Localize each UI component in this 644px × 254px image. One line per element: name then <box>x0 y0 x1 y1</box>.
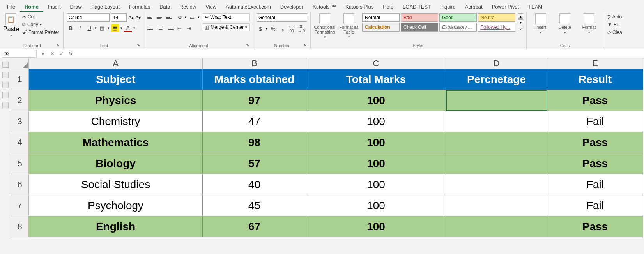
row-header-7[interactable]: 7 <box>11 195 29 216</box>
dialog-launcher-icon[interactable]: ⬊ <box>137 43 140 47</box>
cell-E7[interactable]: Fail <box>547 195 643 216</box>
cell-C3[interactable]: 100 <box>306 111 446 132</box>
tab-kutools-[interactable]: Kutools ™ <box>308 2 341 12</box>
style-explanatory[interactable]: Explanatory ... <box>439 23 477 32</box>
cell-B1[interactable]: Marks obtained <box>203 69 306 90</box>
copy-button[interactable]: ⧉Copy▾ <box>21 21 60 28</box>
select-all-corner[interactable] <box>11 58 29 69</box>
cell-C8[interactable]: 100 <box>306 216 446 237</box>
col-header-B[interactable]: B <box>203 58 306 69</box>
cell-A3[interactable]: Chemistry <box>29 111 203 132</box>
side-icon-1[interactable] <box>2 62 9 68</box>
align-bottom-button[interactable] <box>166 13 174 21</box>
style-neutral[interactable]: Neutral <box>478 13 515 22</box>
cell-A7[interactable]: Psychology <box>29 195 203 216</box>
font-color-button[interactable]: A <box>124 24 132 32</box>
cell-A2[interactable]: Physics <box>29 90 203 111</box>
clear-button[interactable]: ◇Clea <box>607 29 623 36</box>
percent-button[interactable]: % <box>269 25 277 33</box>
col-header-C[interactable]: C <box>306 58 446 69</box>
tab-page-layout[interactable]: Page Layout <box>87 2 124 12</box>
wrap-text-button[interactable]: ↩Wrap Text <box>202 13 250 21</box>
row-header-3[interactable]: 3 <box>11 111 29 132</box>
style-bad[interactable]: Bad <box>401 13 438 22</box>
cell-C6[interactable]: 100 <box>306 174 446 195</box>
cell-D1[interactable]: Percnetage <box>446 69 547 90</box>
autosum-button[interactable]: ∑Auto <box>607 13 623 20</box>
row-header-1[interactable]: 1 <box>11 69 29 90</box>
paste-button[interactable]: 📋 Paste ▾ <box>3 13 19 37</box>
cell-C7[interactable]: 100 <box>306 195 446 216</box>
dialog-launcher-icon[interactable]: ⬊ <box>56 43 59 47</box>
cell-D2[interactable] <box>446 90 547 111</box>
italic-button[interactable]: I <box>76 24 84 32</box>
row-header-4[interactable]: 4 <box>11 132 29 153</box>
increase-indent-button[interactable]: ⇥ <box>185 24 193 32</box>
cell-D7[interactable] <box>446 195 547 216</box>
cell-A1[interactable]: Subject <box>29 69 203 90</box>
number-format-select[interactable] <box>257 13 307 22</box>
tab-review[interactable]: Review <box>175 2 201 12</box>
cancel-formula-button[interactable]: ✕ <box>48 51 57 56</box>
tab-power-pivot[interactable]: Power Pivot <box>487 2 524 12</box>
cell-E8[interactable]: Pass <box>547 216 643 237</box>
styles-more[interactable]: ▿ <box>518 26 523 31</box>
format-painter-button[interactable]: 🖌Format Painter <box>21 29 60 36</box>
tab-inquire[interactable]: Inquire <box>435 2 460 12</box>
name-box[interactable] <box>2 50 37 58</box>
fill-color-button[interactable]: ⬒ <box>111 24 119 32</box>
cell-B2[interactable]: 97 <box>203 90 306 111</box>
cell-C4[interactable]: 100 <box>306 132 446 153</box>
tab-acrobat[interactable]: Acrobat <box>460 2 487 12</box>
side-icon-2[interactable] <box>2 72 9 78</box>
font-name-select[interactable] <box>67 13 110 22</box>
decrease-decimal-button[interactable]: .00→.0 <box>297 25 305 33</box>
cell-C1[interactable]: Total Marks <box>306 69 446 90</box>
cell-B8[interactable]: 67 <box>203 216 306 237</box>
cell-E6[interactable]: Fail <box>547 174 643 195</box>
tab-help[interactable]: Help <box>378 2 398 12</box>
row-header-5[interactable]: 5 <box>11 153 29 174</box>
fx-icon[interactable]: fx <box>66 51 75 56</box>
side-icon-5[interactable] <box>2 102 9 108</box>
style-calculation[interactable]: Calculation <box>362 23 400 32</box>
increase-font-button[interactable]: A▴ <box>128 15 134 20</box>
enter-formula-button[interactable]: ✓ <box>57 51 66 56</box>
tab-formulas[interactable]: Formulas <box>124 2 155 12</box>
tab-home[interactable]: Home <box>20 2 43 12</box>
style-normal[interactable]: Normal <box>362 13 400 22</box>
tab-file[interactable]: File <box>2 2 20 12</box>
cut-button[interactable]: ✂Cut <box>21 13 60 20</box>
tab-insert[interactable]: Insert <box>43 2 65 12</box>
formula-input[interactable] <box>75 50 644 58</box>
cell-D3[interactable] <box>446 111 547 132</box>
cell-B4[interactable]: 98 <box>203 132 306 153</box>
style-check-cell[interactable]: Check Cell <box>401 23 438 32</box>
tab-load-test[interactable]: LOAD TEST <box>398 2 435 12</box>
row-header-8[interactable]: 8 <box>11 216 29 237</box>
row-header-6[interactable]: 6 <box>11 174 29 195</box>
cell-B3[interactable]: 47 <box>203 111 306 132</box>
col-header-A[interactable]: A <box>29 58 203 69</box>
format-as-table-button[interactable]: Format as Table▾ <box>338 13 360 39</box>
worksheet-grid[interactable]: ABCDE1SubjectMarks obtainedTotal MarksPe… <box>11 58 644 237</box>
decrease-font-button[interactable]: A▾ <box>135 15 141 20</box>
fill-button[interactable]: ▼Fill <box>607 21 620 28</box>
cell-A4[interactable]: Mathematics <box>29 132 203 153</box>
cell-A5[interactable]: Biology <box>29 153 203 174</box>
cell-D8[interactable] <box>446 216 547 237</box>
side-icon-3[interactable] <box>2 82 9 88</box>
align-top-button[interactable] <box>147 13 155 21</box>
insert-cells-button[interactable]: Insert▾ <box>530 13 552 34</box>
align-left-button[interactable] <box>147 24 155 32</box>
tab-view[interactable]: View <box>201 2 221 12</box>
bold-button[interactable]: B <box>67 24 74 32</box>
dialog-launcher-icon[interactable]: ⬊ <box>246 43 249 47</box>
cell-E3[interactable]: Fail <box>547 111 643 132</box>
cell-D5[interactable] <box>446 153 547 174</box>
format-cells-button[interactable]: Format▾ <box>578 13 600 34</box>
orientation-button[interactable]: ⟲ <box>175 13 183 21</box>
cell-B7[interactable]: 45 <box>203 195 306 216</box>
row-header-2[interactable]: 2 <box>11 90 29 111</box>
style-good[interactable]: Good <box>439 13 477 22</box>
